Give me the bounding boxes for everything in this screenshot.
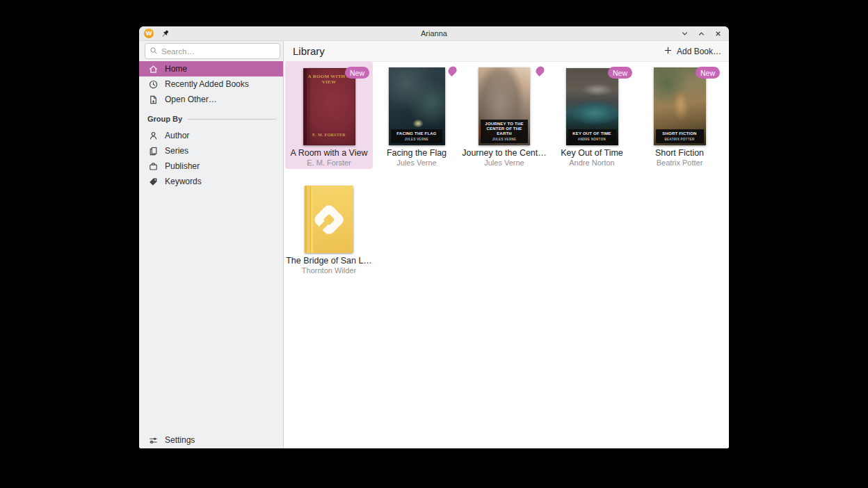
sidebar-item-author[interactable]: Author — [139, 128, 283, 143]
sidebar-item-label: Keywords — [165, 177, 202, 186]
library-view: Library Add Book… A ROOM WITH A VIEWE. M… — [284, 41, 729, 448]
book-author: Andre Norton — [548, 158, 636, 167]
cover-title-text: SHORT FICTION — [662, 131, 696, 136]
sidebar-item-recently-added[interactable]: Recently Added Books — [139, 76, 283, 92]
cover-author-text: BEATRIX POTTER — [664, 138, 694, 141]
new-badge: New — [345, 67, 369, 79]
cover-wrap: FACING THE FLAGJULES VERNE — [373, 61, 460, 145]
book-cover: FACING THE FLAGJULES VERNE — [389, 67, 445, 145]
pin-icon[interactable] — [161, 29, 170, 38]
titlebar[interactable]: W Arianna — [139, 26, 729, 41]
close-icon[interactable] — [714, 29, 723, 38]
book-cover: JOURNEY TO THE CENTER OF THE EARTHJULES … — [479, 67, 530, 145]
sidebar-item-home[interactable]: Home — [139, 61, 283, 76]
cover-author-text: JULES VERNE — [492, 138, 517, 141]
book-title: A Room with a View — [285, 148, 373, 158]
book-cover: SHORT FICTIONBEATRIX POTTER — [654, 67, 706, 145]
sidebar-item-label: Settings — [165, 435, 195, 445]
sidebar-item-settings[interactable]: Settings — [139, 432, 283, 448]
sliders-icon — [147, 434, 159, 446]
cover-wrap — [285, 169, 373, 253]
sidebar: Home Recently Added Books Open Other… — [139, 41, 284, 448]
book-title: Facing the Flag — [373, 148, 460, 158]
briefcase-icon — [147, 161, 159, 172]
book-title: The Bridge of San L… — [285, 256, 373, 266]
cover-author-text: JULES VERNE — [405, 138, 429, 141]
document-icon — [147, 94, 159, 105]
plus-icon — [664, 46, 673, 57]
search-input[interactable] — [161, 47, 280, 56]
copies-icon — [147, 145, 159, 156]
cover-title-text: JOURNEY TO THE CENTER OF THE EARTH — [481, 122, 527, 136]
clock-icon — [147, 79, 159, 90]
sidebar-item-label: Publisher — [165, 161, 200, 171]
book-cover: A ROOM WITH A VIEWE. M. FORSTER — [303, 68, 355, 145]
book-grid: A ROOM WITH A VIEWE. M. FORSTERNewA Room… — [285, 61, 725, 277]
book-title: Journey to the Cent… — [460, 148, 548, 158]
new-badge: New — [696, 67, 720, 79]
book-card[interactable]: KEY OUT OF TIMEANDRE NORTONNewKey Out of… — [548, 61, 636, 169]
cover-author-text: E. M. FORSTER — [304, 133, 355, 137]
book-author: Beatrix Potter — [636, 158, 723, 167]
tag-icon — [147, 176, 159, 187]
add-book-label: Add Book… — [677, 47, 721, 56]
sidebar-item-label: Series — [165, 146, 188, 156]
minimize-icon[interactable] — [680, 29, 689, 38]
cover-band: SHORT FICTIONBEATRIX POTTER — [656, 129, 704, 143]
new-badge: New — [608, 67, 632, 79]
toolbar: Library Add Book… — [284, 41, 729, 62]
book-card[interactable]: JOURNEY TO THE CENTER OF THE EARTHJULES … — [460, 61, 548, 169]
sidebar-item-label: Author — [165, 131, 189, 140]
sidebar-item-label: Recently Added Books — [165, 79, 249, 89]
arianna-window: W Arianna — [139, 26, 729, 448]
app-icon: W — [144, 29, 154, 38]
cover-title-text: KEY OUT OF TIME — [572, 131, 611, 136]
cover-wrap: JOURNEY TO THE CENTER OF THE EARTHJULES … — [460, 61, 548, 145]
cover-band: JOURNEY TO THE CENTER OF THE EARTHJULES … — [481, 120, 528, 143]
sidebar-item-open-other[interactable]: Open Other… — [139, 92, 283, 107]
search-box[interactable] — [145, 43, 280, 59]
sidebar-item-label: Open Other… — [165, 95, 217, 104]
cover-band: FACING THE FLAGJULES VERNE — [391, 129, 443, 143]
sidebar-item-publisher[interactable]: Publisher — [139, 158, 283, 174]
book-author: Jules Verne — [460, 158, 548, 167]
book-author: Thornton Wilder — [285, 266, 373, 275]
cover-band: KEY OUT OF TIMEANDRE NORTON — [568, 129, 616, 143]
home-icon — [147, 63, 159, 74]
book-card[interactable]: FACING THE FLAGJULES VERNEFacing the Fla… — [373, 61, 460, 169]
book-author: Jules Verne — [373, 158, 460, 167]
person-icon — [147, 130, 159, 141]
book-author: E. M. Forster — [285, 158, 373, 167]
sidebar-item-keywords[interactable]: Keywords — [139, 174, 283, 189]
book-card[interactable]: A ROOM WITH A VIEWE. M. FORSTERNewA Room… — [285, 61, 373, 169]
epub-logo-icon — [312, 202, 346, 236]
window-title: Arianna — [139, 29, 729, 38]
desktop-background: W Arianna — [0, 0, 868, 488]
divider — [188, 119, 276, 120]
book-card[interactable]: The Bridge of San L…Thornton Wilder — [285, 169, 373, 277]
book-cover — [305, 186, 353, 253]
book-title: Short Fiction — [636, 148, 723, 158]
sidebar-item-series[interactable]: Series — [139, 143, 283, 158]
group-by-header: Group By — [139, 113, 283, 124]
cover-author-text: ANDRE NORTON — [578, 138, 606, 141]
book-card[interactable]: SHORT FICTIONBEATRIX POTTERNewShort Fict… — [636, 61, 723, 169]
page-title: Library — [293, 45, 325, 57]
sidebar-item-label: Home — [165, 64, 187, 74]
cover-title-text: FACING THE FLAG — [396, 131, 436, 136]
add-book-button[interactable]: Add Book… — [664, 46, 721, 57]
book-title: Key Out of Time — [548, 148, 636, 158]
search-icon — [150, 45, 158, 58]
book-cover: KEY OUT OF TIMEANDRE NORTON — [566, 68, 618, 145]
maximize-icon[interactable] — [697, 29, 706, 38]
